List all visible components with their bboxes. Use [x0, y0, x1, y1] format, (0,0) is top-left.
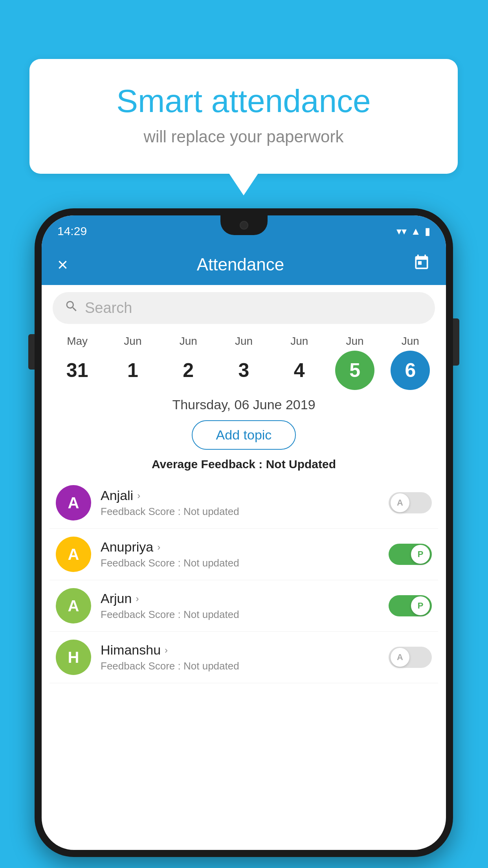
calendar-icon[interactable]	[413, 254, 430, 275]
date-selector: May31Jun1Jun2Jun3Jun4Jun5Jun6	[42, 331, 446, 394]
toggle-knob-3: A	[391, 648, 409, 667]
student-item-1[interactable]: AAnupriya ›Feedback Score : Not updatedP	[50, 529, 438, 580]
date-day-1: 1	[113, 351, 152, 390]
student-name-3: Himanshu ›	[101, 642, 379, 658]
toggle-wrap-0[interactable]: A	[389, 492, 432, 513]
student-list: AAnjali ›Feedback Score : Not updatedAAA…	[42, 477, 446, 683]
search-icon	[64, 299, 79, 317]
chevron-icon: ›	[137, 490, 140, 501]
battery-icon: ▮	[425, 225, 430, 237]
phone-frame: 14:29 ▾▾ ▲ ▮ × Attendance	[35, 208, 453, 857]
attendance-toggle-0[interactable]: A	[389, 492, 432, 513]
student-name-2: Arjun ›	[101, 591, 379, 606]
date-item-1[interactable]: Jun1	[107, 335, 158, 390]
chevron-icon: ›	[136, 593, 139, 604]
search-bar[interactable]: Search	[53, 292, 435, 324]
app-header: × Attendance	[42, 244, 446, 285]
phone-container: 14:29 ▾▾ ▲ ▮ × Attendance	[35, 208, 453, 857]
student-feedback-2: Feedback Score : Not updated	[101, 609, 379, 621]
student-name-1: Anupriya ›	[101, 539, 379, 555]
date-month-4: Jun	[290, 335, 308, 348]
date-month-5: Jun	[346, 335, 363, 348]
student-avatar-3: H	[56, 640, 91, 675]
speech-bubble-subtitle: will replace your paperwork	[61, 127, 426, 146]
date-month-1: Jun	[124, 335, 141, 348]
date-item-3[interactable]: Jun3	[218, 335, 269, 390]
date-month-3: Jun	[235, 335, 253, 348]
date-month-2: Jun	[180, 335, 197, 348]
status-icons: ▾▾ ▲ ▮	[396, 225, 430, 237]
toggle-wrap-2[interactable]: P	[389, 595, 432, 616]
toggle-knob-2: P	[411, 596, 430, 615]
student-avatar-0: A	[56, 485, 91, 520]
camera	[240, 221, 248, 230]
date-day-5: 5	[335, 351, 374, 390]
toggle-wrap-3[interactable]: A	[389, 647, 432, 668]
date-item-2[interactable]: Jun2	[163, 335, 214, 390]
search-placeholder: Search	[85, 300, 132, 316]
student-item-2[interactable]: AArjun ›Feedback Score : Not updatedP	[50, 580, 438, 632]
average-feedback: Average Feedback : Not Updated	[42, 458, 446, 471]
toggle-wrap-1[interactable]: P	[389, 544, 432, 565]
date-day-3: 3	[224, 351, 263, 390]
student-item-0[interactable]: AAnjali ›Feedback Score : Not updatedA	[50, 477, 438, 529]
chevron-icon: ›	[157, 542, 160, 553]
date-day-2: 2	[169, 351, 208, 390]
student-feedback-1: Feedback Score : Not updated	[101, 557, 379, 569]
student-info-0: Anjali ›Feedback Score : Not updated	[101, 488, 379, 518]
date-item-4[interactable]: Jun4	[274, 335, 325, 390]
selected-date-display: Thursday, 06 June 2019	[42, 397, 446, 412]
chevron-icon: ›	[165, 645, 168, 656]
speech-bubble-title: Smart attendance	[61, 83, 426, 120]
attendance-toggle-2[interactable]: P	[389, 595, 432, 616]
attendance-toggle-3[interactable]: A	[389, 647, 432, 668]
wifi-icon: ▾▾	[396, 225, 407, 237]
date-item-6[interactable]: Jun6	[385, 335, 436, 390]
student-info-3: Himanshu ›Feedback Score : Not updated	[101, 642, 379, 672]
student-feedback-0: Feedback Score : Not updated	[101, 506, 379, 518]
date-item-0[interactable]: May31	[52, 335, 103, 390]
speech-bubble: Smart attendance will replace your paper…	[29, 59, 458, 174]
date-month-6: Jun	[402, 335, 419, 348]
speech-bubble-container: Smart attendance will replace your paper…	[29, 59, 458, 174]
student-avatar-2: A	[56, 588, 91, 623]
status-time: 14:29	[57, 224, 87, 238]
date-day-0: 31	[58, 351, 97, 390]
header-title: Attendance	[197, 255, 284, 274]
attendance-toggle-1[interactable]: P	[389, 544, 432, 565]
phone-notch	[220, 215, 268, 235]
add-topic-button[interactable]: Add topic	[192, 420, 296, 450]
student-name-0: Anjali ›	[101, 488, 379, 503]
student-info-2: Arjun ›Feedback Score : Not updated	[101, 591, 379, 621]
student-avatar-1: A	[56, 537, 91, 572]
student-info-1: Anupriya ›Feedback Score : Not updated	[101, 539, 379, 569]
date-day-6: 6	[391, 351, 430, 390]
date-item-5[interactable]: Jun5	[329, 335, 380, 390]
close-button[interactable]: ×	[57, 254, 68, 275]
signal-icon: ▲	[411, 225, 421, 237]
toggle-knob-1: P	[411, 545, 430, 564]
toggle-knob-0: A	[391, 493, 409, 512]
student-item-3[interactable]: HHimanshu ›Feedback Score : Not updatedA	[50, 632, 438, 683]
date-day-4: 4	[280, 351, 319, 390]
phone-screen: 14:29 ▾▾ ▲ ▮ × Attendance	[42, 215, 446, 850]
date-month-0: May	[67, 335, 88, 348]
student-feedback-3: Feedback Score : Not updated	[101, 660, 379, 672]
